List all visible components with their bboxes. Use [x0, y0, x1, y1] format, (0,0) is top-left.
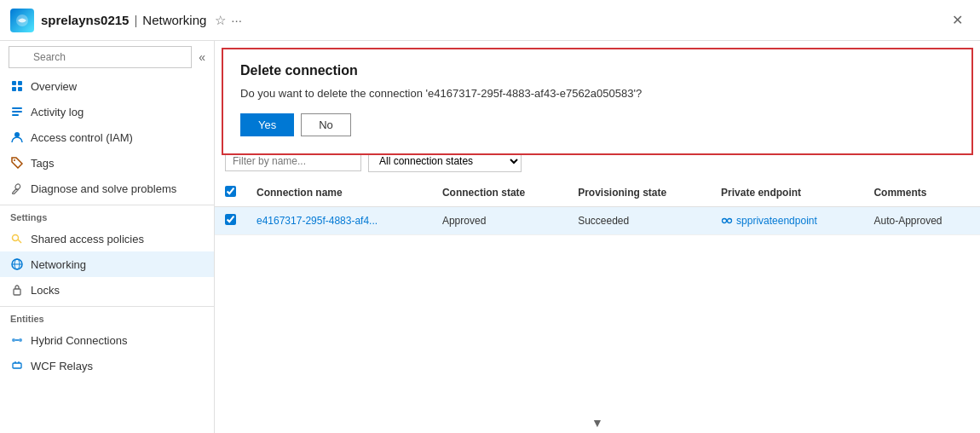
sidebar-access-label: Access control (IAM) [31, 131, 133, 144]
svg-point-20 [723, 219, 727, 223]
yes-button[interactable]: Yes [240, 113, 294, 136]
person-icon [10, 130, 24, 144]
sidebar-shared-access-label: Shared access policies [31, 233, 144, 245]
row-comments: Auto-Approved [863, 207, 980, 235]
svg-rect-3 [12, 87, 16, 91]
sidebar-item-hybrid-connections[interactable]: Hybrid Connections [0, 327, 214, 353]
svg-point-16 [19, 338, 22, 342]
row-checkbox[interactable] [225, 214, 236, 225]
scroll-down-indicator: ▼ [591, 416, 603, 430]
section-name: Networking [142, 13, 206, 27]
row-checkbox-cell [215, 207, 246, 235]
connection-name-header: Connection name [246, 179, 432, 207]
title-bar: sprelayns0215 | Networking ☆ ··· ✕ [0, 0, 980, 41]
row-private-endpoint: spprivateendpoint [711, 207, 863, 235]
sidebar-overview-label: Overview [31, 80, 77, 93]
sidebar-hybrid-label: Hybrid Connections [31, 334, 127, 347]
sidebar-item-overview[interactable]: Overview [0, 73, 214, 99]
sidebar-wcf-label: WCF Relays [31, 360, 93, 372]
endpoint-icon [721, 215, 733, 227]
sidebar-item-diagnose[interactable]: Diagnose and solve problems [0, 176, 214, 201]
delete-dialog: Delete connection Do you want to delete … [222, 48, 973, 155]
endpoint-name: spprivateendpoint [736, 215, 817, 227]
sidebar-locks-label: Locks [31, 284, 60, 297]
svg-rect-7 [12, 114, 19, 116]
more-icon[interactable]: ··· [231, 13, 242, 28]
hybrid-icon [10, 333, 24, 347]
private-endpoint-link[interactable]: spprivateendpoint [721, 215, 853, 227]
delete-dialog-message: Do you want to delete the connection 'e4… [240, 87, 954, 100]
svg-point-10 [13, 235, 19, 241]
sidebar-item-networking[interactable]: Networking [0, 251, 214, 277]
search-input[interactable] [9, 46, 192, 68]
select-all-checkbox[interactable] [225, 186, 236, 197]
wrench-icon [10, 182, 24, 195]
delete-dialog-title: Delete connection [240, 63, 954, 78]
sidebar-item-shared-access[interactable]: Shared access policies [0, 226, 214, 251]
svg-point-9 [14, 159, 15, 161]
sidebar: « Overview [0, 41, 215, 433]
content-area: Delete connection Do you want to delete … [215, 41, 980, 433]
table-area: All connection states Connection name Co… [215, 143, 980, 433]
svg-point-15 [12, 338, 15, 342]
svg-rect-4 [18, 87, 22, 91]
svg-rect-6 [12, 111, 22, 113]
settings-section-label: Settings [0, 205, 214, 226]
svg-rect-2 [18, 81, 22, 85]
list-icon [10, 105, 24, 118]
svg-rect-17 [13, 363, 21, 368]
connections-table: Connection name Connection state Provisi… [215, 179, 980, 235]
key-icon [10, 232, 24, 245]
row-connection-name: e4167317-295f-4883-af4... [246, 207, 432, 235]
private-endpoint-header: Private endpoint [711, 179, 863, 207]
resource-name: sprelayns0215 [41, 13, 129, 27]
lock-icon [10, 283, 24, 297]
grid-icon [10, 79, 24, 93]
networking-icon [10, 257, 24, 271]
provisioning-state-header: Provisioning state [568, 179, 711, 207]
connection-state-header: Connection state [432, 179, 568, 207]
title-text: sprelayns0215 | Networking [41, 13, 206, 27]
wcf-icon [10, 359, 24, 372]
sidebar-item-tags[interactable]: Tags [0, 150, 214, 176]
favorite-icon[interactable]: ☆ [215, 13, 226, 28]
table-row[interactable]: e4167317-295f-4883-af4... Approved Succe… [215, 207, 980, 235]
title-actions: ☆ ··· [215, 13, 242, 28]
svg-rect-14 [14, 289, 20, 295]
close-button[interactable]: ✕ [945, 9, 970, 32]
sidebar-item-wcf-relays[interactable]: WCF Relays [0, 353, 214, 378]
header-checkbox-cell [215, 179, 246, 207]
sidebar-diagnose-label: Diagnose and solve problems [31, 182, 176, 195]
svg-point-21 [728, 219, 732, 223]
svg-rect-5 [12, 107, 22, 109]
connection-name-link[interactable]: e4167317-295f-4883-af4... [257, 215, 378, 227]
sidebar-tags-label: Tags [31, 157, 54, 170]
title-separator: | [134, 13, 137, 27]
row-provisioning-state: Succeeded [568, 207, 711, 235]
no-button[interactable]: No [301, 113, 351, 136]
sidebar-item-activity-log[interactable]: Activity log [0, 99, 214, 124]
comments-header: Comments [863, 179, 980, 207]
entities-section-label: Entities [0, 306, 214, 327]
row-connection-state: Approved [432, 207, 568, 235]
svg-point-8 [14, 132, 20, 137]
sidebar-activity-label: Activity log [31, 106, 84, 118]
table-header-row: Connection name Connection state Provisi… [215, 179, 980, 207]
sidebar-networking-label: Networking [31, 258, 86, 271]
svg-rect-1 [12, 81, 16, 85]
app-icon [10, 9, 34, 32]
sidebar-item-locks[interactable]: Locks [0, 277, 214, 303]
tag-icon [10, 156, 24, 170]
delete-dialog-buttons: Yes No [240, 113, 954, 136]
sidebar-item-access-control[interactable]: Access control (IAM) [0, 124, 214, 150]
sidebar-collapse-button[interactable]: « [199, 50, 205, 64]
